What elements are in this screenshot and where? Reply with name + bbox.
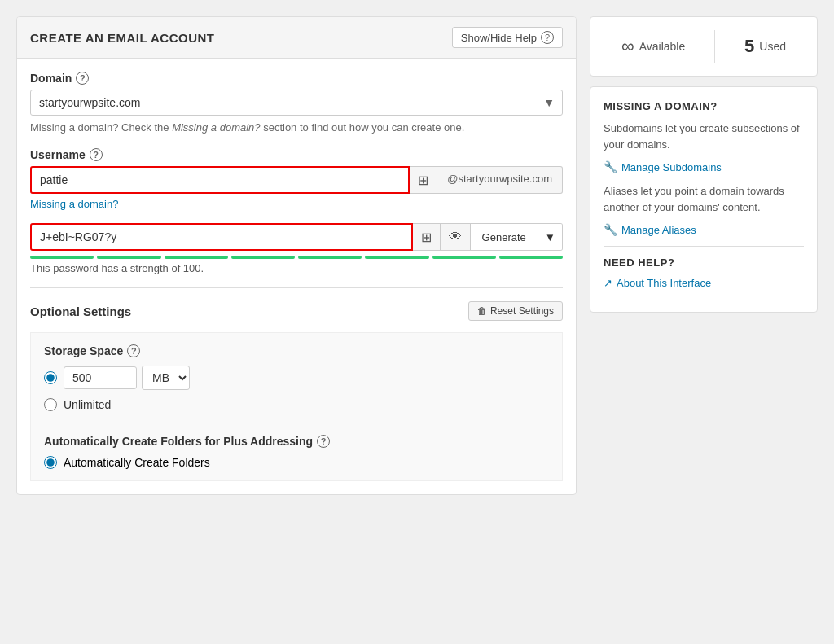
generate-btn-group: Generate ▼	[471, 223, 563, 251]
password-input[interactable]	[30, 223, 413, 251]
auto-folders-radio[interactable]	[44, 456, 57, 469]
reset-settings-button[interactable]: 🗑 Reset Settings	[468, 301, 563, 321]
unlimited-label: Unlimited	[64, 398, 111, 411]
generate-dropdown-button[interactable]: ▼	[538, 224, 562, 250]
stats-card: ∞ Available 5 Used	[590, 16, 818, 77]
auto-folders-help-icon[interactable]: ?	[317, 435, 330, 448]
strength-bar-5	[298, 256, 362, 259]
strength-bar-7	[432, 256, 496, 259]
trash-icon: 🗑	[477, 305, 487, 317]
wrench-icon-2: 🔧	[604, 223, 617, 236]
domain-suffix: @startyourwpsite.com	[437, 166, 563, 194]
storage-unit-select[interactable]: MB GB	[142, 366, 190, 390]
storage-unlimited-row: Unlimited	[44, 398, 549, 411]
used-stat: 5 Used	[744, 36, 786, 57]
strength-bars	[30, 256, 563, 259]
missing-domain-text1: Subdomains let you create subsections of…	[604, 120, 804, 152]
missing-domain-section: MISSING A DOMAIN? Subdomains let you cre…	[590, 86, 818, 313]
storage-label: Storage Space ?	[44, 344, 549, 357]
strength-bar-1	[30, 256, 94, 259]
password-copy-button[interactable]: ⊞	[413, 223, 441, 251]
missing-domain-text2: Aliases let you point a domain towards a…	[604, 183, 804, 215]
auto-folders-section: Automatically Create Folders for Plus Ad…	[30, 423, 563, 481]
domain-select[interactable]: startyourwpsite.com	[30, 90, 563, 116]
strength-bar-8	[499, 256, 563, 259]
domain-label: Domain ?	[30, 72, 563, 85]
auto-folders-title: Automatically Create Folders for Plus Ad…	[44, 435, 549, 448]
available-stat: ∞ Available	[621, 36, 685, 57]
optional-settings-title: Optional Settings	[30, 304, 131, 318]
stats-divider	[714, 30, 715, 63]
username-copy-button[interactable]: ⊞	[410, 166, 437, 194]
panel-header: CREATE AN EMAIL ACCOUNT Show/Hide Help ?	[17, 17, 576, 59]
help-icon: ?	[541, 31, 554, 44]
storage-section: Storage Space ? MB GB	[30, 332, 563, 423]
username-field-group: Username ? ⊞ @startyourwpsite.com Missin…	[30, 148, 563, 210]
divider	[30, 287, 563, 288]
panel-title: CREATE AN EMAIL ACCOUNT	[30, 31, 215, 45]
sidebar-divider	[604, 246, 804, 247]
auto-folders-radio-row: Automatically Create Folders	[44, 456, 549, 469]
password-show-button[interactable]: 👁	[441, 223, 471, 251]
missing-domain-link[interactable]: Missing a domain?	[30, 198, 118, 210]
username-input[interactable]	[30, 166, 410, 194]
panel-body: Domain ? startyourwpsite.com ▼ Missing a…	[17, 59, 576, 494]
sidebar: ∞ Available 5 Used MISSING A DOMAIN? Sub…	[590, 16, 818, 495]
storage-limited-radio[interactable]	[44, 371, 57, 384]
used-label: Used	[759, 40, 786, 53]
domain-helper-text: Missing a domain? Check the Missing a do…	[30, 120, 563, 135]
password-section: ⊞ 👁 Generate ▼ This	[30, 223, 563, 274]
available-label: Available	[639, 40, 686, 53]
domain-field-group: Domain ? startyourwpsite.com ▼ Missing a…	[30, 72, 563, 135]
main-panel: CREATE AN EMAIL ACCOUNT Show/Hide Help ?…	[16, 16, 577, 495]
show-hide-label: Show/Hide Help	[461, 32, 537, 44]
manage-aliases-link[interactable]: 🔧 Manage Aliases	[604, 223, 804, 236]
external-link-icon: ↗	[604, 277, 612, 289]
about-interface-link[interactable]: ↗ About This Interface	[604, 277, 804, 289]
strength-bar-2	[97, 256, 160, 259]
username-label: Username ?	[30, 148, 563, 161]
auto-folders-option-label: Automatically Create Folders	[64, 456, 210, 469]
optional-settings-header: Optional Settings 🗑 Reset Settings	[30, 301, 563, 321]
wrench-icon-1: 🔧	[604, 160, 617, 173]
domain-select-wrapper: startyourwpsite.com ▼	[30, 90, 563, 116]
available-value: ∞	[621, 36, 634, 57]
need-help-title: NEED HELP?	[604, 256, 804, 269]
password-row: ⊞ 👁 Generate ▼	[30, 223, 563, 251]
storage-limited-row: MB GB	[44, 366, 549, 390]
storage-radio-group: MB GB Unlimited	[44, 366, 549, 411]
strength-bar-4	[231, 256, 295, 259]
username-help-icon[interactable]: ?	[90, 148, 103, 161]
missing-domain-title: MISSING A DOMAIN?	[604, 100, 804, 112]
manage-subdomains-link[interactable]: 🔧 Manage Subdomains	[604, 160, 804, 173]
username-row: ⊞ @startyourwpsite.com	[30, 166, 563, 194]
used-value: 5	[744, 36, 754, 57]
generate-button[interactable]: Generate	[471, 224, 538, 250]
storage-unlimited-radio[interactable]	[44, 398, 57, 411]
strength-text: This password has a strength of 100.	[30, 262, 563, 274]
storage-help-icon[interactable]: ?	[127, 344, 140, 357]
storage-inputs: MB GB	[64, 366, 190, 390]
show-hide-button[interactable]: Show/Hide Help ?	[452, 27, 563, 48]
strength-bar-3	[165, 256, 228, 259]
domain-help-icon[interactable]: ?	[76, 72, 89, 85]
strength-bar-6	[365, 256, 428, 259]
storage-number-input[interactable]	[64, 366, 137, 389]
